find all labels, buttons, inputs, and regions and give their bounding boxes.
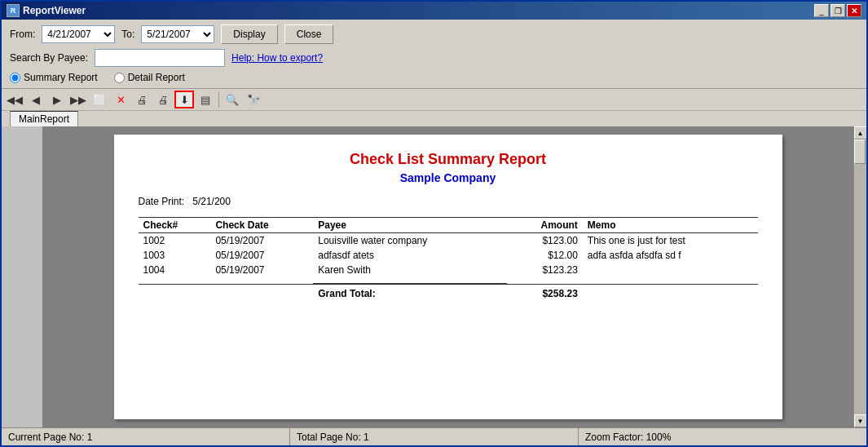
print-button[interactable]: 🖨 <box>132 91 152 108</box>
payee-search-input[interactable] <box>95 49 225 67</box>
scroll-track[interactable] <box>854 139 866 414</box>
report-type-row: Summary Report Detail Report <box>10 72 858 83</box>
last-page-button[interactable]: ▶▶ <box>68 91 88 108</box>
cell-date: 05/19/2007 <box>210 263 313 277</box>
total-amount: $258.23 <box>507 284 583 301</box>
first-page-button[interactable]: ◀◀ <box>5 91 24 108</box>
total-empty3 <box>583 284 758 301</box>
report-title: Check List Summary Report <box>139 151 758 168</box>
display-button[interactable]: Display <box>221 24 277 44</box>
zoom-status: Zoom Factor: 100% <box>579 428 866 445</box>
date-print-value: 5/21/200 <box>192 196 231 207</box>
col-payee: Payee <box>313 218 506 233</box>
stop-button[interactable]: ⬜ <box>90 91 109 108</box>
cell-date: 05/19/2007 <box>210 248 313 263</box>
cell-payee: Louisville water company <box>313 233 506 249</box>
to-label: To: <box>121 29 134 40</box>
cancel-button[interactable]: ✕ <box>111 91 130 108</box>
report-viewer-window: R ReportViewer _ ❐ ✕ From: 4/21/2007 To:… <box>0 0 868 447</box>
report-subtitle: Sample Company <box>139 171 758 184</box>
cell-amount: $123.00 <box>507 233 583 249</box>
download-button[interactable]: ⬇ <box>174 91 194 108</box>
summary-report-label: Summary Report <box>24 72 98 83</box>
prev-page-button[interactable]: ◀ <box>26 91 46 108</box>
total-label: Grand Total: <box>313 284 506 301</box>
main-report-tab[interactable]: MainReport <box>10 111 78 126</box>
date-print: Date Print: 5/21/200 <box>139 196 758 207</box>
scroll-thumb[interactable] <box>854 139 866 164</box>
cell-check: 1003 <box>139 248 211 263</box>
scroll-down-button[interactable]: ▼ <box>854 414 867 427</box>
search-button[interactable]: 🔭 <box>244 91 263 108</box>
summary-report-option[interactable]: Summary Report <box>10 72 98 83</box>
detail-radio[interactable] <box>114 73 125 83</box>
current-page-status: Current Page No: 1 <box>2 428 290 445</box>
total-empty1 <box>139 284 211 301</box>
title-bar-buttons: _ ❐ ✕ <box>814 4 861 17</box>
window-close-button[interactable]: ✕ <box>847 4 861 17</box>
report-table: Check# Check Date Payee Amount Memo 1002… <box>139 217 758 301</box>
content-area: Check List Summary Report Sample Company… <box>2 126 866 427</box>
toolbar-area: From: 4/21/2007 To: 5/21/2007 Display Cl… <box>2 20 866 89</box>
toolbar-separator <box>218 91 219 108</box>
col-check-date: Check Date <box>210 218 313 233</box>
cell-memo: adfa asfda afsdfa sd f <box>583 248 758 263</box>
summary-radio[interactable] <box>10 73 20 83</box>
zoom-out-button[interactable]: 🔍 <box>223 91 242 108</box>
cell-amount: $123.23 <box>507 263 583 277</box>
cell-payee: adfasdf atets <box>313 248 506 263</box>
from-date-select[interactable]: 4/21/2007 <box>42 25 115 43</box>
cell-memo <box>583 263 758 277</box>
cell-check: 1002 <box>139 233 211 249</box>
col-memo: Memo <box>583 218 758 233</box>
layout-button[interactable]: ▤ <box>196 91 215 108</box>
date-print-label: Date Print: <box>139 196 185 207</box>
minimize-button[interactable]: _ <box>814 4 829 17</box>
report-page: Check List Summary Report Sample Company… <box>114 135 782 419</box>
table-row: 1002 05/19/2007 Louisville water company… <box>139 233 758 249</box>
total-page-status: Total Page No: 1 <box>290 428 579 445</box>
search-payee-label: Search By Payee: <box>10 52 88 64</box>
cell-date: 05/19/2007 <box>210 233 313 249</box>
table-row: 1004 05/19/2007 Karen Swith $123.23 <box>139 263 758 277</box>
title-bar: R ReportViewer _ ❐ ✕ <box>2 2 866 20</box>
app-icon: R <box>7 4 20 17</box>
page-container: Check List Summary Report Sample Company… <box>42 126 853 427</box>
window-title: ReportViewer <box>23 5 86 16</box>
next-page-button[interactable]: ▶ <box>47 91 67 108</box>
restore-button[interactable]: ❐ <box>831 4 845 17</box>
cell-memo: This one is just for test <box>583 233 758 249</box>
report-tabs: MainReport <box>2 111 866 126</box>
help-export-link[interactable]: Help: How to export? <box>231 52 323 64</box>
print2-button[interactable]: 🖨 <box>153 91 173 108</box>
to-date-select[interactable]: 5/21/2007 <box>141 25 214 43</box>
payee-search-row: Search By Payee: Help: How to export? <box>10 49 858 67</box>
title-bar-left: R ReportViewer <box>7 4 86 17</box>
from-label: From: <box>10 29 35 40</box>
cell-payee: Karen Swith <box>313 263 506 277</box>
page-left-margin <box>2 126 42 427</box>
detail-report-option[interactable]: Detail Report <box>114 72 185 83</box>
cell-check: 1004 <box>139 263 211 277</box>
total-empty2 <box>210 284 313 301</box>
date-range-row: From: 4/21/2007 To: 5/21/2007 Display Cl… <box>10 24 858 44</box>
cell-amount: $12.00 <box>507 248 583 263</box>
table-row: 1003 05/19/2007 adfasdf atets $12.00 adf… <box>139 248 758 263</box>
vertical-scrollbar[interactable]: ▲ ▼ <box>853 126 866 427</box>
status-bar: Current Page No: 1 Total Page No: 1 Zoom… <box>2 427 866 445</box>
grand-total-row: Grand Total: $258.23 <box>139 284 758 301</box>
report-toolbar-icons: ◀◀ ◀ ▶ ▶▶ ⬜ ✕ 🖨 🖨 ⬇ ▤ 🔍 🔭 <box>2 89 866 111</box>
col-check: Check# <box>139 218 211 233</box>
detail-report-label: Detail Report <box>128 72 185 83</box>
col-amount: Amount <box>507 218 583 233</box>
close-button[interactable]: Close <box>284 24 334 44</box>
scroll-up-button[interactable]: ▲ <box>854 126 867 139</box>
